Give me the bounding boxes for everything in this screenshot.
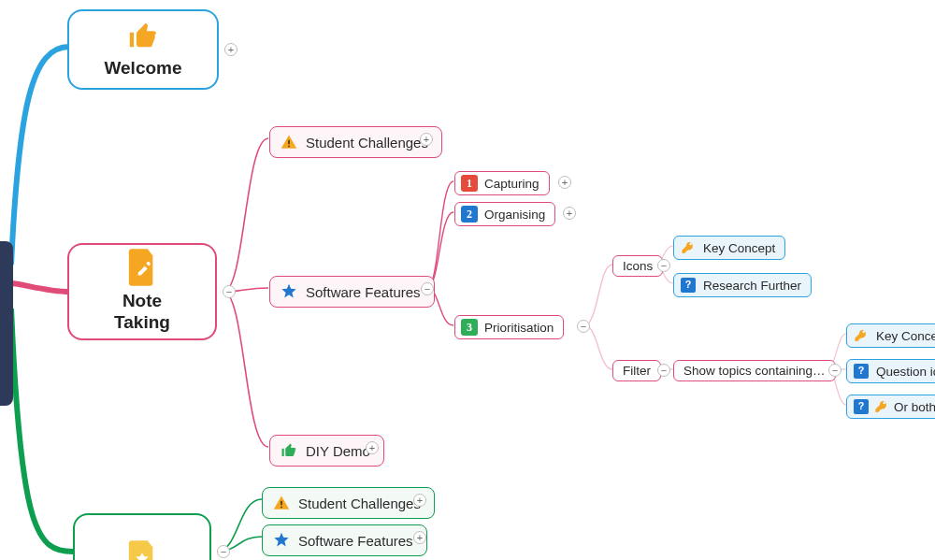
node-capturing-label: Capturing xyxy=(484,177,539,191)
node-key-concept-b[interactable]: Key Concept xyxy=(846,323,935,348)
node-key-concept-a-label: Key Concept xyxy=(703,241,775,255)
node-icons-label: Icons xyxy=(623,259,653,273)
node-organising-label: Organising xyxy=(484,208,545,222)
warning-icon xyxy=(280,133,298,151)
node-capturing[interactable]: 1 Capturing xyxy=(454,171,550,195)
node-prioritisation-label: Prioritisation xyxy=(484,321,554,335)
root-stub xyxy=(0,241,13,406)
thumbs-up-icon xyxy=(125,21,161,52)
toggle-organising[interactable] xyxy=(563,207,576,220)
node-or-both[interactable]: ? Or both… xyxy=(846,395,935,419)
card-welcome[interactable]: Welcome xyxy=(67,9,219,90)
toggle-green-student-challenges[interactable] xyxy=(413,494,426,507)
key-icon xyxy=(853,327,870,344)
toggle-show-topics[interactable] xyxy=(828,364,842,377)
node-student-challenges-label: Student Challenges xyxy=(306,135,428,151)
card-note-taking[interactable]: Note Taking xyxy=(67,243,217,340)
card-green[interactable] xyxy=(73,513,211,560)
svg-rect-8 xyxy=(280,501,282,506)
toggle-welcome[interactable] xyxy=(224,43,237,56)
note-icon xyxy=(124,250,160,285)
toggle-prioritisation[interactable] xyxy=(577,320,590,333)
thumbs-up-icon xyxy=(280,441,298,460)
toggle-diy-demo[interactable] xyxy=(366,441,379,454)
svg-text:?: ? xyxy=(685,279,692,290)
node-software-features-label: Software Features xyxy=(306,284,421,300)
node-question-icon[interactable]: ? Question icon xyxy=(846,359,935,383)
node-diy-demo-label: DIY Demo xyxy=(306,443,370,459)
svg-text:?: ? xyxy=(858,400,865,411)
toggle-green-card[interactable] xyxy=(217,545,230,558)
toggle-note-taking[interactable] xyxy=(223,285,236,298)
card-note-taking-label: Note Taking xyxy=(114,291,170,334)
badge-one-icon: 1 xyxy=(461,175,478,192)
star-icon xyxy=(280,282,298,301)
badge-two-icon: 2 xyxy=(461,206,478,223)
node-green-software-features[interactable]: Software Features xyxy=(262,524,427,556)
mindmap-canvas[interactable]: Welcome Note Taking Student Challenges S… xyxy=(0,0,935,560)
key-icon xyxy=(680,239,697,256)
node-research-further-label: Research Further xyxy=(703,279,801,293)
node-green-software-features-label: Software Features xyxy=(298,533,413,549)
node-question-icon-label: Question icon xyxy=(876,365,935,379)
toggle-student-challenges[interactable] xyxy=(420,133,433,146)
toggle-capturing[interactable] xyxy=(558,176,571,189)
node-filter-label: Filter xyxy=(623,364,651,378)
toggle-software-features[interactable] xyxy=(421,282,434,295)
node-research-further[interactable]: ? Research Further xyxy=(673,273,812,297)
question-icon: ? xyxy=(680,277,697,294)
toggle-filter[interactable] xyxy=(657,364,670,377)
node-or-both-label: Or both… xyxy=(894,400,935,414)
node-organising[interactable]: 2 Organising xyxy=(454,202,555,226)
node-key-concept-a[interactable]: Key Concept xyxy=(673,236,785,260)
star-icon xyxy=(272,531,291,550)
card-welcome-label: Welcome xyxy=(104,58,181,79)
badge-three-icon: 3 xyxy=(461,319,478,336)
svg-text:?: ? xyxy=(858,365,865,376)
warning-icon xyxy=(272,494,291,512)
node-green-student-challenges[interactable]: Student Challenges xyxy=(262,487,435,519)
svg-rect-0 xyxy=(288,140,290,145)
node-software-features[interactable]: Software Features xyxy=(269,276,435,308)
question-icon: ? xyxy=(853,398,870,415)
node-student-challenges[interactable]: Student Challenges xyxy=(269,126,442,158)
node-green-student-challenges-label: Student Challenges xyxy=(298,495,421,511)
node-key-concept-b-label: Key Concept xyxy=(876,329,935,343)
question-icon: ? xyxy=(853,363,870,380)
toggle-green-software-features[interactable] xyxy=(413,531,426,544)
key-icon xyxy=(873,398,890,415)
node-icons[interactable]: Icons xyxy=(612,255,663,277)
node-filter[interactable]: Filter xyxy=(612,360,661,381)
toggle-icons[interactable] xyxy=(657,259,670,272)
svg-rect-9 xyxy=(280,507,282,509)
svg-rect-1 xyxy=(288,146,290,148)
star-file-icon xyxy=(124,541,160,560)
node-prioritisation[interactable]: 3 Prioritisation xyxy=(454,315,564,339)
node-show-topics[interactable]: Show topics containing… xyxy=(673,360,836,381)
node-show-topics-label: Show topics containing… xyxy=(683,364,826,378)
